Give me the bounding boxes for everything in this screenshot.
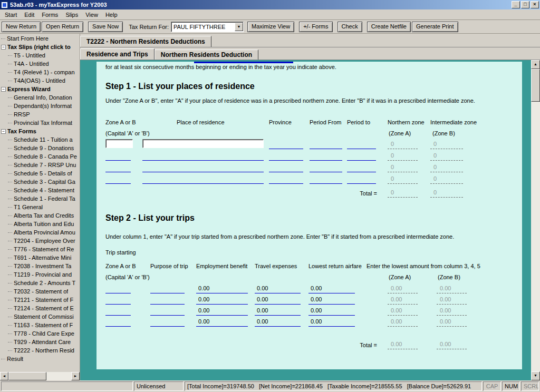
- sidebar-item[interactable]: T1163 - Statement of F: [0, 321, 80, 329]
- sidebar-item[interactable]: General Info, Donation: [0, 93, 80, 102]
- sidebar-item[interactable]: Schedule 2 - Amounts T: [0, 279, 80, 287]
- province-field[interactable]: [269, 150, 303, 161]
- sidebar-item[interactable]: Provincial Tax Informat: [0, 119, 80, 127]
- employment-benefit-field[interactable]: 0.00: [196, 305, 248, 316]
- trip-zone-a-or-b-field[interactable]: [105, 316, 131, 327]
- period-to-field[interactable]: [347, 162, 376, 172]
- travel-expenses-field[interactable]: 0.00: [255, 294, 301, 305]
- purpose-of-trip-field[interactable]: [150, 305, 185, 316]
- horizontal-scroll-track[interactable]: [46, 372, 71, 380]
- sidebar-item[interactable]: Schedule 1 - Federal Ta: [0, 194, 80, 203]
- sidebar-item[interactable]: Statement of Commissi: [0, 312, 80, 321]
- horizontal-scroll-thumb[interactable]: [8, 372, 46, 380]
- menu-slips[interactable]: Slips: [62, 10, 82, 19]
- sidebar-item[interactable]: T2222 - Northern Resid: [0, 346, 80, 355]
- maximize-icon[interactable]: □: [521, 1, 529, 8]
- sidebar-horizontal-scrollbar[interactable]: ◄ ►: [0, 372, 80, 380]
- period-from-field[interactable]: [310, 173, 342, 184]
- place-of-residence-field[interactable]: [142, 162, 264, 172]
- generate-print-button[interactable]: Generate Print: [412, 22, 458, 32]
- sidebar-item[interactable]: −Tax Slips (right click to: [0, 43, 80, 51]
- employment-benefit-field[interactable]: 0.00: [196, 283, 248, 293]
- minimize-icon[interactable]: _: [512, 1, 520, 8]
- sidebar-item[interactable]: −Tax Forms: [0, 127, 80, 135]
- plus-minus-forms-button[interactable]: +/- Forms: [299, 22, 332, 32]
- sidebar-item[interactable]: Schedule 11 - Tuition a: [0, 135, 80, 144]
- purpose-of-trip-field[interactable]: [150, 316, 185, 327]
- purpose-of-trip-field[interactable]: [150, 283, 185, 293]
- period-from-field[interactable]: [310, 150, 342, 161]
- period-to-field[interactable]: [347, 173, 376, 184]
- sidebar-item[interactable]: Result: [0, 355, 80, 363]
- sidebar-item[interactable]: Dependant(s) Informat: [0, 102, 80, 110]
- scroll-up-button[interactable]: ▲: [531, 60, 540, 69]
- vertical-scroll-track[interactable]: [531, 102, 540, 371]
- sidebar-item[interactable]: Schedule 9 - Donations: [0, 144, 80, 152]
- sidebar-item[interactable]: T2038 - Investment Ta: [0, 262, 80, 270]
- scroll-left-button[interactable]: ◄: [0, 372, 8, 380]
- tab-t2222-northern-residents-deductions[interactable]: T2222 - Northern Residents Deductions: [80, 36, 211, 47]
- close-icon[interactable]: ×: [531, 1, 539, 8]
- sidebar-item[interactable]: T4A - Untitled: [0, 60, 80, 68]
- sidebar-item[interactable]: T929 - Attendant Care: [0, 338, 80, 346]
- tab-northern-residents-deduction[interactable]: Northern Residents Deduction: [155, 50, 258, 60]
- new-return-button[interactable]: New Return: [2, 22, 41, 32]
- menu-start[interactable]: Start: [1, 10, 21, 19]
- scroll-down-button[interactable]: ▼: [531, 371, 540, 380]
- travel-expenses-field[interactable]: 0.00: [255, 316, 301, 327]
- sidebar-item[interactable]: Schedule 3 - Capital Ga: [0, 178, 80, 186]
- menu-view[interactable]: View: [82, 10, 102, 19]
- sidebar-item[interactable]: T2204 - Employee Over: [0, 237, 80, 245]
- sidebar-item[interactable]: −Express Wizard: [0, 85, 80, 93]
- province-field[interactable]: [269, 162, 303, 172]
- travel-expenses-field[interactable]: 0.00: [255, 283, 301, 293]
- open-return-button[interactable]: Open Return: [42, 22, 83, 32]
- sidebar-item[interactable]: T4 (Relevé 1) - compan: [0, 68, 80, 76]
- sidebar-item[interactable]: T778 - Child Care Expe: [0, 329, 80, 338]
- menu-help[interactable]: Help: [102, 10, 121, 19]
- lowest-return-airfare-field[interactable]: 0.00: [308, 305, 355, 316]
- tab-residence-and-trips[interactable]: Residence and Trips: [80, 48, 155, 60]
- sidebar-item[interactable]: Schedule 5 - Details of: [0, 169, 80, 178]
- tree-collapse-icon[interactable]: −: [1, 45, 6, 50]
- purpose-of-trip-field[interactable]: [150, 294, 185, 305]
- sidebar-item[interactable]: T2032 - Statement of: [0, 287, 80, 296]
- sidebar-item[interactable]: T2124 - Statement of E: [0, 304, 80, 312]
- menu-edit[interactable]: Edit: [21, 10, 38, 19]
- period-to-field[interactable]: [347, 150, 376, 161]
- sidebar-item[interactable]: Alberta Tax and Credits: [0, 211, 80, 220]
- zone-a-or-b-input[interactable]: [105, 139, 133, 148]
- sidebar-item[interactable]: T4A(OAS) - Untitled: [0, 76, 80, 85]
- check-button[interactable]: Check: [338, 22, 362, 32]
- sidebar-item[interactable]: T691 - Alternative Mini: [0, 253, 80, 262]
- sidebar-item[interactable]: T5 - Untitled: [0, 51, 80, 60]
- sidebar-item[interactable]: RRSP: [0, 110, 80, 119]
- travel-expenses-field[interactable]: 0.00: [255, 305, 301, 316]
- trip-zone-a-or-b-field[interactable]: [105, 294, 131, 305]
- tree-collapse-icon[interactable]: −: [1, 87, 6, 92]
- maximize-view-button[interactable]: Maximize View: [247, 22, 294, 32]
- province-field[interactable]: [269, 173, 303, 184]
- sidebar-item[interactable]: Schedule 7 - RRSP Unu: [0, 161, 80, 169]
- place-of-residence-field[interactable]: [142, 150, 264, 161]
- sidebar-item[interactable]: Schedule 4 - Statement: [0, 186, 80, 194]
- lowest-return-airfare-field[interactable]: 0.00: [308, 294, 355, 305]
- place-of-residence-field[interactable]: [142, 173, 264, 184]
- period-to-field[interactable]: [347, 139, 376, 149]
- create-netfile-button[interactable]: Create Netfile: [367, 22, 411, 32]
- chevron-down-icon[interactable]: ▼: [235, 23, 243, 31]
- sidebar-item[interactable]: Schedule 8 - Canada Pe: [0, 152, 80, 161]
- sidebar-item[interactable]: T2121 - Statement of F: [0, 296, 80, 304]
- vertical-scrollbar[interactable]: ▲ ▼: [531, 60, 540, 380]
- place-of-residence-input[interactable]: [142, 139, 264, 148]
- sidebar-item[interactable]: Alberta Tuition and Edu: [0, 220, 80, 228]
- period-from-field[interactable]: [310, 139, 342, 149]
- trip-zone-a-or-b-field[interactable]: [105, 283, 131, 293]
- employment-benefit-field[interactable]: 0.00: [196, 316, 248, 327]
- zone-a-or-b-field[interactable]: [105, 150, 131, 161]
- lowest-return-airfare-field[interactable]: 0.00: [308, 316, 355, 327]
- employment-benefit-field[interactable]: 0.00: [196, 294, 248, 305]
- zone-a-or-b-field[interactable]: [105, 162, 131, 172]
- save-now-button[interactable]: Save Now: [88, 22, 123, 32]
- province-field[interactable]: [269, 139, 303, 149]
